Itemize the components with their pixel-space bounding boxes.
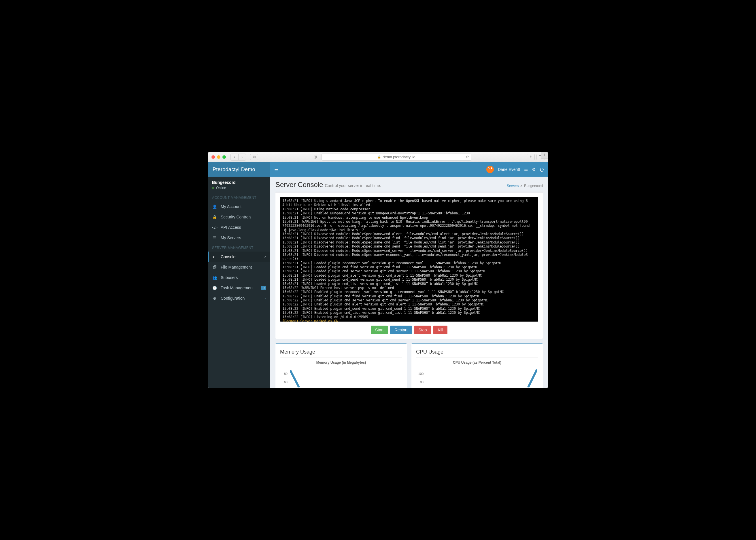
brand-title[interactable]: Pterodactyl Demo	[208, 162, 270, 177]
sidebar-item-label: My Account	[221, 204, 241, 209]
sidebar-item-my-servers[interactable]: ☰ My Servers	[208, 232, 270, 243]
server-name: Bungeecord	[212, 180, 266, 185]
power-buttons: Start Restart Stop Kill	[280, 326, 538, 334]
page-header: Server Console Control your server in re…	[270, 177, 548, 192]
browser-window: ‹ › ⧉ ⛨ 🔒 demo.pterodactyl.io ⟳ ⇪ ❐ + Pt…	[208, 152, 548, 388]
servers-icon[interactable]: ☰	[524, 167, 528, 172]
new-tab-button[interactable]: +	[541, 152, 548, 159]
sidebar-item-label: Task Management	[221, 286, 254, 290]
page-subtitle: Control your server in real time.	[325, 183, 381, 188]
hamburger-toggle[interactable]: ☰	[274, 167, 278, 172]
user-icon: 👤	[212, 204, 217, 209]
browser-titlebar: ‹ › ⧉ ⛨ 🔒 demo.pterodactyl.io ⟳ ⇪ ❐ +	[208, 152, 548, 162]
lock-icon: 🔒	[377, 155, 381, 159]
memory-ytick-1: 60	[284, 380, 288, 384]
sidebar-item-label: File Management	[221, 265, 252, 269]
page-title: Server Console	[275, 181, 323, 189]
cpu-chart: 100 80	[416, 366, 538, 388]
status-text: Online	[216, 186, 226, 190]
server-icon: ☰	[212, 236, 217, 240]
section-header-account: ACCOUNT MANAGEMENT	[208, 193, 270, 202]
breadcrumb-current: Bungeecord	[524, 184, 543, 188]
memory-chart-title: Memory Usage (in Megabytes)	[280, 360, 402, 364]
clock-icon: 🕘	[212, 286, 217, 290]
console-panel: 15:08:21 [INFO] Using standard Java JCE …	[275, 192, 543, 339]
stop-button[interactable]: Stop	[414, 326, 431, 334]
sidebar-item-task-management[interactable]: 🕘 Task Management 0	[208, 283, 270, 293]
url-bar[interactable]: 🔒 demo.pterodactyl.io ⟳	[321, 154, 471, 161]
sidebar-toggle-button[interactable]: ⧉	[250, 154, 258, 160]
kill-button[interactable]: Kill	[433, 326, 447, 334]
memory-panel: Memory Usage Memory Usage (in Megabytes)…	[275, 343, 407, 388]
cpu-ytick-1: 80	[420, 380, 424, 384]
cog-icon: ⚙	[212, 296, 217, 301]
users-icon: 👥	[212, 275, 217, 280]
status-dot-icon	[212, 187, 214, 189]
sidebar-item-security-controls[interactable]: 🔒 Security Controls	[208, 212, 270, 222]
window-close-icon[interactable]	[211, 155, 215, 159]
user-name[interactable]: Dane Everitt	[498, 167, 520, 172]
cpu-chart-title: CPU Usage (as Percent Total)	[416, 360, 538, 364]
sidebar-item-subusers[interactable]: 👥 Subusers	[208, 272, 270, 283]
topbar: ☰ Dane Everitt ☰ ⚙ ⏻	[270, 162, 548, 177]
nav-buttons: ‹ ›	[230, 154, 246, 161]
files-icon: 🗐	[212, 265, 217, 269]
cpu-line	[426, 366, 537, 388]
memory-chart: 80 60	[280, 366, 402, 388]
cpu-panel-title: CPU Usage	[416, 349, 538, 357]
restart-button[interactable]: Restart	[390, 326, 412, 334]
console-output[interactable]: 15:08:21 [INFO] Using standard Java JCE …	[280, 197, 538, 322]
back-button[interactable]: ‹	[231, 154, 238, 160]
cpu-ytick-0: 100	[418, 372, 424, 375]
sidebar-item-label: Subusers	[221, 275, 238, 280]
sidebar-item-label: API Access	[221, 225, 241, 230]
traffic-lights	[211, 155, 226, 159]
content-column: ☰ Dane Everitt ☰ ⚙ ⏻ Server Console Cont…	[270, 162, 548, 388]
url-host: demo.pterodactyl.io	[383, 155, 415, 159]
power-icon[interactable]: ⏻	[540, 167, 544, 172]
terminal-icon: >_	[212, 255, 217, 259]
share-button[interactable]: ⇪	[527, 154, 535, 160]
sidebar-item-console[interactable]: >_ Console ↗	[208, 252, 270, 262]
sidebar-item-label: Security Controls	[221, 215, 252, 219]
sidebar-item-label: Configuration	[221, 296, 245, 301]
admin-gears-icon[interactable]: ⚙	[532, 167, 536, 172]
chevron-left-icon: ‹	[265, 296, 266, 300]
start-button[interactable]: Start	[371, 326, 388, 334]
breadcrumb-sep: >	[520, 184, 522, 188]
sidebar-item-configuration[interactable]: ⚙ Configuration ‹	[208, 293, 270, 304]
external-link-icon[interactable]: ↗	[263, 255, 266, 259]
privacy-shield-icon[interactable]: ⛨	[314, 155, 317, 159]
charts-row: Memory Usage Memory Usage (in Megabytes)…	[275, 343, 543, 388]
forward-button[interactable]: ›	[238, 154, 246, 160]
sidebar-item-label: My Servers	[221, 235, 241, 240]
cpu-panel: CPU Usage CPU Usage (as Percent Total) 1…	[412, 343, 543, 388]
sidebar-item-file-management[interactable]: 🗐 File Management	[208, 262, 270, 272]
sidebar: Pterodactyl Demo Bungeecord Online ACCOU…	[208, 162, 270, 388]
sidebar-item-label: Console	[221, 254, 235, 259]
server-status: Online	[212, 186, 266, 190]
main-scroll[interactable]: 15:08:21 [INFO] Using standard Java JCE …	[270, 192, 548, 388]
window-zoom-icon[interactable]	[222, 155, 226, 159]
reload-button[interactable]: ⟳	[466, 155, 469, 159]
server-block: Bungeecord Online	[208, 177, 270, 193]
section-header-server: SERVER MANAGEMENT	[208, 243, 270, 252]
url-wrap: ⛨ 🔒 demo.pterodactyl.io ⟳	[260, 154, 524, 161]
task-count-badge: 0	[261, 286, 266, 290]
lock-icon: 🔒	[212, 215, 217, 219]
sidebar-item-my-account[interactable]: 👤 My Account	[208, 202, 270, 212]
window-minimize-icon[interactable]	[217, 155, 220, 159]
memory-ytick-0: 80	[284, 372, 288, 375]
breadcrumb: Servers > Bungeecord	[507, 184, 543, 188]
memory-line	[290, 366, 401, 388]
app-root: Pterodactyl Demo Bungeecord Online ACCOU…	[208, 162, 548, 388]
sidebar-item-api-access[interactable]: </> API Access	[208, 222, 270, 232]
memory-panel-title: Memory Usage	[280, 349, 402, 357]
code-icon: </>	[212, 225, 217, 230]
avatar[interactable]	[486, 166, 494, 173]
breadcrumb-root[interactable]: Servers	[507, 184, 519, 188]
